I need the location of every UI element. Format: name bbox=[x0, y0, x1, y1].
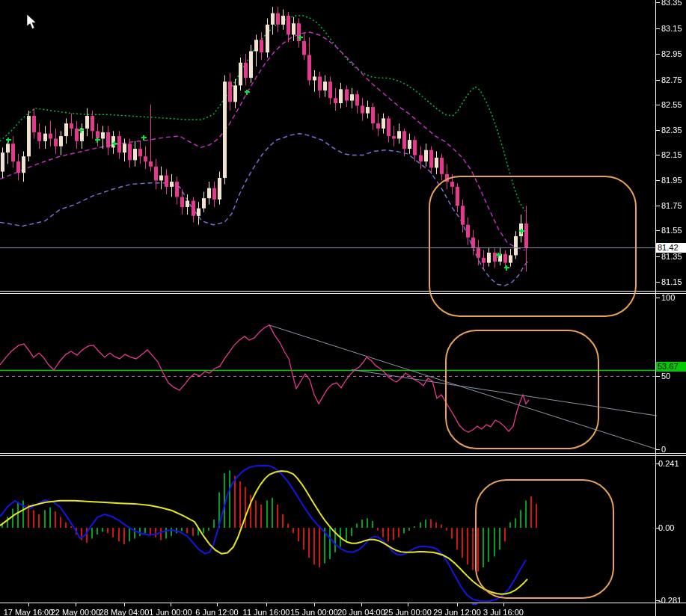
trading-chart-window: 81.42 53.67 83.3583.1582.9582.7582.5582.… bbox=[0, 0, 686, 616]
price-axis-label: 83.15 bbox=[661, 24, 682, 34]
rsi-value-tag: 53.67 bbox=[656, 362, 686, 372]
highlight-box-rsi[interactable] bbox=[445, 330, 599, 449]
price-axis-label: 82.35 bbox=[661, 126, 682, 135]
price-axis-label: 81.15 bbox=[661, 277, 682, 287]
price-axis-label: 83.35 bbox=[661, 0, 682, 7]
macd-axis-label: 0.00 bbox=[658, 523, 674, 533]
price-axis-label: 81.35 bbox=[661, 252, 682, 262]
macd-axis-label: 0.241 bbox=[658, 459, 679, 469]
highlight-box-macd[interactable] bbox=[475, 479, 614, 599]
macd-axis-label: -0.281 bbox=[658, 596, 682, 606]
rsi-axis-label: 100 bbox=[661, 293, 675, 303]
price-axis-label: 82.15 bbox=[661, 150, 682, 160]
rsi-axis-label: 0 bbox=[661, 445, 666, 455]
price-axis-label: 81.95 bbox=[661, 176, 682, 185]
time-axis-label: 3 Jul 16:00 bbox=[474, 608, 533, 616]
rsi-axis-label: 50 bbox=[661, 372, 670, 381]
mouse-cursor-icon bbox=[27, 14, 37, 30]
price-axis-label: 82.55 bbox=[661, 100, 682, 110]
price-axis-label: 82.75 bbox=[661, 76, 682, 85]
price-axis-label: 81.55 bbox=[661, 226, 682, 235]
panel-resize-divider[interactable] bbox=[0, 453, 686, 456]
price-axis-label: 82.95 bbox=[661, 49, 682, 59]
price-axis-label: 81.75 bbox=[661, 201, 682, 211]
highlight-box-price[interactable] bbox=[429, 176, 637, 317]
